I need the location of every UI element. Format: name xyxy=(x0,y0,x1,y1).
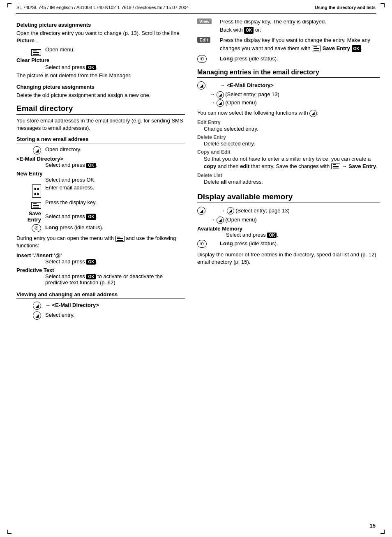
edit-badge-col: Edit xyxy=(197,36,220,43)
header: SL 740/SL 745 / IM-englisch / A31008-L74… xyxy=(0,0,392,13)
copy-edit-text: So that you do not have to enter a simil… xyxy=(197,155,380,170)
long-press-row-right: ✆ Long press (idle status). xyxy=(197,55,380,63)
ok-badge-save: OK xyxy=(86,214,96,220)
menu-icon-col xyxy=(16,46,45,56)
changing-text: Delete the old picture assignment and as… xyxy=(16,92,185,99)
phone-icon: ✆ xyxy=(32,224,41,232)
page: SL 740/SL 745 / IM-englisch / A31008-L74… xyxy=(0,0,392,537)
long-press3-text: Long press (idle status). xyxy=(220,240,380,248)
long-press-text: Long press (idle status). xyxy=(45,224,185,231)
display-mem-heading: Display available memory xyxy=(197,192,380,203)
long-press-row: ✆ Long press (idle status). xyxy=(16,224,185,232)
phone-icon-col: ✆ xyxy=(16,224,45,232)
disp-nav-row: ◢ → ◢ (Select entry; page 13) xyxy=(197,206,380,215)
insert-row: Select and press OK. xyxy=(16,258,185,265)
display-note: Display the number of free entries in th… xyxy=(197,251,380,266)
ok-badge-insert: OK xyxy=(86,259,96,265)
view-text: Press the display key. The entry is disp… xyxy=(220,18,380,34)
storing-heading: Storing a new email address xyxy=(16,136,185,143)
edit-badge: Edit xyxy=(197,37,210,43)
phone-icon-right: ✆ xyxy=(197,55,207,63)
deleting-heading: Deleting picture assignments xyxy=(16,22,185,28)
enter-email-text: Enter email address. xyxy=(45,184,185,191)
viewing-nav-row: ◢ → <E-Mail Directory> xyxy=(16,301,185,310)
deleting-text: Open the directory entry you want to cha… xyxy=(16,30,185,44)
edit-text: Press the display key if you want to cha… xyxy=(220,36,380,52)
press-display-row: Press the display key. xyxy=(16,199,185,209)
header-right: Using the directory and lists xyxy=(315,5,376,10)
corner-br xyxy=(380,530,385,534)
nav-icon-col: ◢ xyxy=(16,146,45,154)
nav-icon3: ◢ xyxy=(33,311,41,320)
nav-icon2: ◢ xyxy=(33,302,41,310)
phone-icon-col-right: ✆ xyxy=(197,55,220,63)
nav-icon: ◢ xyxy=(33,146,41,154)
save-entry-icon-col: Save Entry xyxy=(16,210,45,223)
view-badge-col: View xyxy=(197,18,220,24)
edit-row: Edit Press the display key if you want t… xyxy=(197,36,380,52)
save-entry-row: Save Entry Select and press OK. xyxy=(16,210,185,223)
left-column: Deleting picture assignments Open the di… xyxy=(0,18,193,321)
keyboard-icon: ∎∎∎∎ xyxy=(32,184,41,198)
select-ok-row: Select and press OK. xyxy=(16,162,185,168)
edit-entry-label: Edit Entry xyxy=(197,120,380,125)
viewing-heading: Viewing and changing an email address xyxy=(16,291,185,299)
long-press2-text: Long press (idle status). xyxy=(220,55,380,63)
insert-label: Insert '.'/Insert '@' xyxy=(16,252,185,258)
managing-nav-icon-col: ◢ xyxy=(197,81,220,90)
delete-list-label: Delete List xyxy=(197,173,380,178)
page-number: 15 xyxy=(370,523,376,529)
header-title: SL 740/SL 745 / IM-englisch / A31008-L74… xyxy=(16,5,189,10)
disp-nav-icon-col: ◢ xyxy=(197,206,220,215)
ok-badge-predictive: OK xyxy=(86,274,96,279)
email-dir-label: <E-Mail Directory> xyxy=(16,156,63,162)
sub-arrows: → ◢ (Select entry; page 13) → ◢ (Open me… xyxy=(197,91,380,107)
phone-icon-col3: ✆ xyxy=(197,240,220,248)
copy-edit-label: Copy and Edit xyxy=(197,149,380,155)
select-following: You can now select the following functio… xyxy=(197,109,380,117)
email-dir-text: You store email addresses in the email d… xyxy=(16,117,185,132)
corner-tl xyxy=(7,3,12,7)
corner-tr xyxy=(380,3,385,7)
corner-bl xyxy=(7,530,12,534)
managing-nav-text: → <E-Mail Directory> xyxy=(220,81,380,90)
changing-heading: Changing picture assignments xyxy=(16,84,185,90)
delete-entry-label: Delete Entry xyxy=(197,134,380,140)
clear-picture-note: The picture is not deleted from the File… xyxy=(16,72,185,79)
managing-heading: Managing entries in the email directory xyxy=(197,69,380,78)
open-menu-text: Open menu. xyxy=(45,46,185,53)
disp-open-row: → ◢ (Open menu) xyxy=(197,217,380,224)
save-entry-label: Save Entry xyxy=(28,210,41,223)
ok-badge-clear: OK xyxy=(86,65,96,70)
clear-picture-label: Clear Picture xyxy=(16,57,185,63)
ok-badge-email: OK xyxy=(86,163,96,168)
email-dir-label-row: <E-Mail Directory> xyxy=(16,156,185,162)
menu-icon-col2 xyxy=(16,199,45,209)
select-entry-row: ◢ Select entry. xyxy=(16,311,185,320)
predictive-label: Predictive Text xyxy=(16,267,185,273)
menu-icon xyxy=(31,49,41,56)
nav-icon-col3: ◢ xyxy=(16,311,45,320)
edit-entry-text: Change selected entry. xyxy=(197,126,380,132)
new-entry-label: New Entry xyxy=(16,171,185,177)
disp-nav-text: → ◢ (Select entry; page 13) xyxy=(220,207,380,215)
clear-picture-row: Select and press OK. xyxy=(16,64,185,70)
press-display-text: Press the display key. xyxy=(45,199,185,206)
managing-nav-row: ◢ → <E-Mail Directory> xyxy=(197,81,380,90)
ok-badge-avail: OK xyxy=(267,233,277,238)
enter-email-row: ∎∎∎∎ Enter email address. xyxy=(16,184,185,198)
right-column: View Press the display key. The entry is… xyxy=(193,18,392,321)
predictive-row: Select and press OK to activate or deact… xyxy=(16,273,185,286)
avail-select-row: Select and press OK. xyxy=(197,232,380,238)
view-badge: View xyxy=(197,18,212,24)
keyboard-icon-col: ∎∎∎∎ xyxy=(16,184,45,198)
menu-icon-row: Open menu. xyxy=(16,46,185,56)
two-col-layout: Deleting picture assignments Open the di… xyxy=(0,14,392,321)
menu-icon2 xyxy=(31,202,41,209)
delete-entry-text: Delete selected entry. xyxy=(197,141,380,147)
nav-icon-col2: ◢ xyxy=(16,301,45,310)
viewing-email-label: → <E-Mail Directory> xyxy=(45,302,185,309)
managing-nav-icon: ◢ xyxy=(197,81,205,90)
nav-open-dir-row: ◢ Open directory. xyxy=(16,146,185,154)
phone-icon3: ✆ xyxy=(197,240,207,248)
